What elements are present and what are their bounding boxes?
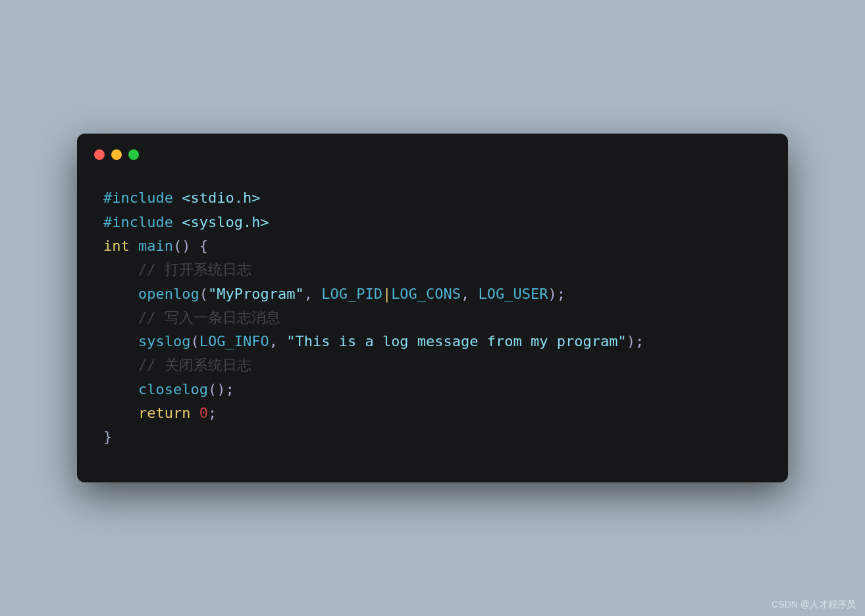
- code-token: LOG_PID: [321, 286, 382, 302]
- window-titlebar: [77, 134, 788, 167]
- watermark: CSDN @人才程序员: [772, 599, 856, 611]
- code-line: #include <stdio.h>: [103, 186, 762, 210]
- code-token: return: [138, 405, 190, 421]
- code-token: syslog: [138, 333, 190, 349]
- zoom-icon[interactable]: [128, 149, 139, 160]
- code-line: int main() {: [103, 234, 762, 258]
- code-token: (: [190, 333, 199, 349]
- code-token: <syslog.h>: [182, 214, 269, 230]
- code-token: [103, 261, 138, 278]
- code-token: LOG_INFO: [199, 333, 269, 349]
- code-block: #include <stdio.h>#include <syslog.h>int…: [77, 167, 788, 462]
- code-token: // 关闭系统日志: [138, 357, 251, 373]
- code-token: );: [627, 333, 644, 349]
- code-token: "This is a log message from my program": [286, 333, 627, 349]
- code-token: (: [199, 286, 208, 302]
- code-token: [103, 405, 138, 421]
- code-token: [103, 333, 138, 349]
- code-line: #include <syslog.h>: [103, 211, 762, 234]
- code-line: }: [103, 425, 762, 449]
- code-line: return 0;: [103, 401, 762, 425]
- code-token: // 写入一条日志消息: [138, 309, 280, 326]
- code-token: #include: [103, 190, 182, 206]
- code-token: [190, 405, 199, 421]
- code-token: main: [138, 238, 173, 254]
- code-token: }: [103, 428, 112, 445]
- code-token: #include: [103, 214, 182, 230]
- code-token: [103, 357, 138, 373]
- code-line: // 打开系统日志: [103, 258, 762, 282]
- code-token: openlog: [138, 286, 199, 302]
- code-line: syslog(LOG_INFO, "This is a log message …: [103, 330, 762, 353]
- code-token: closelog: [138, 381, 208, 398]
- code-token: LOG_CONS: [391, 286, 461, 302]
- code-token: );: [548, 286, 566, 302]
- code-token: ,: [269, 333, 287, 349]
- code-window: #include <stdio.h>#include <syslog.h>int…: [77, 134, 788, 482]
- code-line: closelog();: [103, 378, 762, 401]
- code-token: ;: [208, 405, 217, 421]
- code-token: int: [103, 238, 130, 254]
- close-icon[interactable]: [94, 149, 105, 160]
- code-line: // 写入一条日志消息: [103, 306, 762, 330]
- code-token: [130, 238, 138, 254]
- code-token: ,: [461, 286, 479, 302]
- code-token: [103, 286, 138, 302]
- code-line: openlog("MyProgram", LOG_PID|LOG_CONS, L…: [103, 282, 762, 306]
- code-token: LOG_USER: [479, 286, 548, 302]
- code-line: // 关闭系统日志: [103, 353, 762, 377]
- code-token: ();: [208, 381, 234, 398]
- code-token: ,: [304, 286, 322, 302]
- minimize-icon[interactable]: [111, 149, 122, 160]
- code-token: [103, 381, 138, 398]
- code-token: |: [382, 286, 391, 302]
- code-token: [103, 309, 138, 326]
- code-token: // 打开系统日志: [138, 261, 251, 278]
- code-token: "MyProgram": [208, 286, 304, 302]
- code-token: () {: [173, 238, 208, 254]
- code-token: 0: [199, 405, 208, 421]
- code-token: <stdio.h>: [182, 190, 260, 206]
